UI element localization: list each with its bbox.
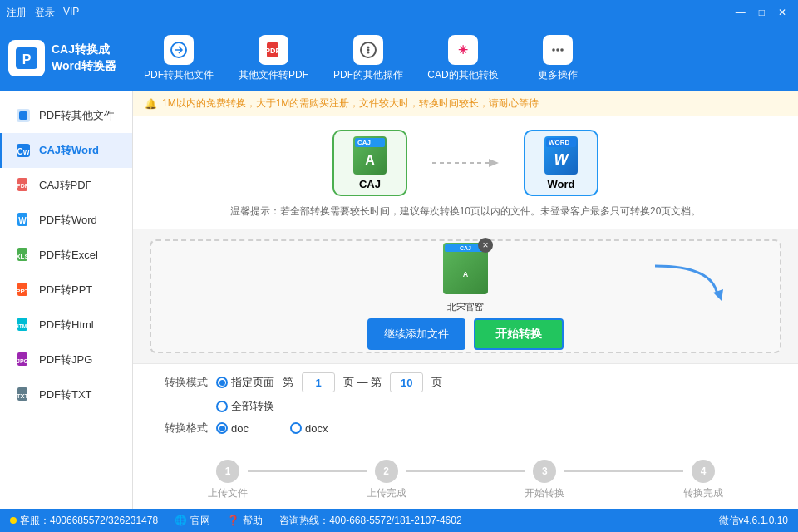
vip-link[interactable]: VIP <box>63 6 79 20</box>
maximize-button[interactable]: □ <box>754 5 770 20</box>
pdf-excel-sidebar-icon: XLS <box>14 246 32 264</box>
step-line-2 <box>406 470 525 472</box>
specify-page-radio-dot <box>216 377 228 388</box>
svg-text:HTML: HTML <box>15 323 30 329</box>
website-text: 🌐 <box>175 515 187 526</box>
step-2-label: 上传完成 <box>367 486 406 500</box>
status-help[interactable]: ❓ 帮助 <box>227 514 263 528</box>
to-type-label: Word <box>548 178 575 190</box>
step-4: 4 转换完成 <box>683 460 723 500</box>
close-button[interactable]: ✕ <box>773 5 791 20</box>
status-website[interactable]: 🌐 官网 <box>175 514 210 528</box>
docx-radio-dot <box>290 422 302 434</box>
mode-option-row: 转换模式 指定页面 第 页 — 第 页 <box>158 372 773 392</box>
sidebar-item-pdf-excel-label: PDF转Excel <box>39 248 98 263</box>
page-sep2: 页 <box>431 375 442 390</box>
step-4-circle: 4 <box>692 460 715 483</box>
step-2: 2 上传完成 <box>367 460 406 500</box>
pdf-jpg-sidebar-icon: JPG <box>14 351 32 369</box>
other-to-pdf-icon: PDF <box>259 35 288 65</box>
sidebar-item-pdf-html[interactable]: HTML PDF转Html <box>0 308 132 342</box>
help-icon: ❓ <box>227 515 239 526</box>
start-convert-button[interactable]: 开始转换 <box>474 318 564 350</box>
to-type-box: WORD W Word <box>524 130 598 196</box>
login-link[interactable]: 登录 <box>35 6 55 20</box>
toolbar-pdf-to-other[interactable]: PDF转其他文件 <box>133 29 224 87</box>
doc-radio-dot <box>216 422 228 434</box>
toolbar-more-ops[interactable]: 更多操作 <box>512 29 603 87</box>
svg-text:Cw: Cw <box>17 147 30 156</box>
status-version: 微信v4.6.1.0.10 <box>719 514 788 528</box>
pdf-txt-sidebar-icon: TXT <box>14 386 32 404</box>
svg-text:PDF: PDF <box>265 47 281 55</box>
steps-row: 1 上传文件 2 上传完成 3 开始转换 4 转换完成 <box>158 460 773 500</box>
sidebar-item-pdf-txt[interactable]: TXT PDF转TXT <box>0 377 132 412</box>
caj-word-sidebar-icon: Cw <box>14 141 32 160</box>
version-text: 微信v4.6.1.0.10 <box>719 514 788 528</box>
all-convert-label: 全部转换 <box>231 399 274 414</box>
step-4-label: 转换完成 <box>683 486 723 500</box>
sidebar-item-pdf-word[interactable]: W PDF转Word <box>0 203 132 238</box>
page-start-input[interactable] <box>302 372 335 392</box>
conversion-header: CAJ A CAJ WORD W Word <box>133 116 798 229</box>
sidebar-item-caj-word[interactable]: Cw CAJ转Word <box>0 133 132 168</box>
all-convert-radio[interactable]: 全部转换 <box>216 399 274 414</box>
all-convert-row: 全部转换 <box>158 399 773 414</box>
toolbar-pdf-other-ops[interactable]: PDF的其他操作 <box>323 29 414 87</box>
svg-text:XLS: XLS <box>16 253 29 260</box>
toolbar-pdf-other-ops-label: PDF的其他操作 <box>333 68 403 82</box>
page-sep1: 页 — 第 <box>343 375 382 390</box>
toolbar-more-ops-label: 更多操作 <box>538 68 578 82</box>
minimize-button[interactable]: — <box>731 5 751 20</box>
add-file-button[interactable]: 继续添加文件 <box>367 318 466 350</box>
svg-marker-32 <box>489 159 499 167</box>
svg-point-7 <box>367 48 370 51</box>
page-end-input[interactable] <box>390 372 423 392</box>
hint-text: 温馨提示：若全部转换需要较长时间，建议每次转换10页以内的文件。未登录客户最多只… <box>230 204 702 219</box>
toolbar-other-to-pdf[interactable]: PDF 其他文件转PDF <box>228 29 319 87</box>
hotline-text: 咨询热线：400-668-5572/181-2107-4602 <box>279 514 461 528</box>
sidebar-item-pdf-jpg-label: PDF转JPG <box>39 352 92 367</box>
sidebar-item-pdf-excel[interactable]: XLS PDF转Excel <box>0 238 132 273</box>
sidebar-item-pdf-ppt[interactable]: PPT PDF转PPT <box>0 273 132 308</box>
drop-zone[interactable]: CAJ A × 北宋官窑 继续添加文件 开始转换 <box>150 239 781 353</box>
doc-format-label: doc <box>231 422 249 435</box>
docx-format-label: docx <box>305 422 328 435</box>
pdf-word-sidebar-icon: W <box>14 211 32 229</box>
sidebar-item-pdf-html-label: PDF转Html <box>39 318 94 332</box>
pdf-to-other-icon <box>164 35 194 65</box>
notice-icon: 🔔 <box>145 98 157 110</box>
options-area: 转换模式 指定页面 第 页 — 第 页 全部转换 转换格式 <box>133 363 798 451</box>
step-1-circle: 1 <box>216 460 239 483</box>
svg-point-10 <box>552 48 555 52</box>
register-link[interactable]: 注册 <box>7 6 27 20</box>
toolbar-cad-convert[interactable]: ✳ CAD的其他转换 <box>417 29 509 87</box>
file-item-zone: CAJ A × 北宋官窑 <box>443 243 488 313</box>
progress-steps: 1 上传文件 2 上传完成 3 开始转换 4 转换完成 <box>133 451 798 509</box>
docx-format-radio[interactable]: docx <box>290 422 328 435</box>
status-bar: 客服：4006685572/326231478 🌐 官网 ❓ 帮助 咨询热线：4… <box>0 509 798 532</box>
word-file-icon: WORD W <box>544 136 578 175</box>
doc-format-radio[interactable]: doc <box>216 422 249 435</box>
pdf-html-sidebar-icon: HTML <box>14 316 32 334</box>
sidebar-item-caj-pdf[interactable]: PDF CAJ转PDF <box>0 168 132 203</box>
specify-page-radio[interactable]: 指定页面 <box>216 375 274 390</box>
file-remove-button[interactable]: × <box>478 238 493 253</box>
app-logo-icon: P <box>8 40 45 76</box>
toolbar-cad-convert-label: CAD的其他转换 <box>427 68 498 82</box>
step-1-label: 上传文件 <box>208 486 248 500</box>
main-layout: PDF转其他文件 Cw CAJ转Word PDF CAJ转PDF W PDF转W… <box>0 91 798 509</box>
sidebar-item-pdf-other[interactable]: PDF转其他文件 <box>0 98 132 133</box>
sidebar-item-pdf-jpg[interactable]: JPG PDF转JPG <box>0 342 132 377</box>
conversion-arrow <box>432 155 499 171</box>
svg-text:PDF: PDF <box>17 183 29 189</box>
svg-text:TXT: TXT <box>17 392 29 400</box>
svg-point-12 <box>560 48 564 52</box>
caj-file-icon: CAJ A <box>353 136 387 175</box>
mode-label: 转换模式 <box>158 375 208 390</box>
cad-convert-icon: ✳ <box>448 35 478 65</box>
svg-text:PPT: PPT <box>16 288 29 295</box>
step-line-3 <box>564 470 683 472</box>
step-3-circle: 3 <box>533 460 556 483</box>
sidebar: PDF转其他文件 Cw CAJ转Word PDF CAJ转PDF W PDF转W… <box>0 91 133 509</box>
